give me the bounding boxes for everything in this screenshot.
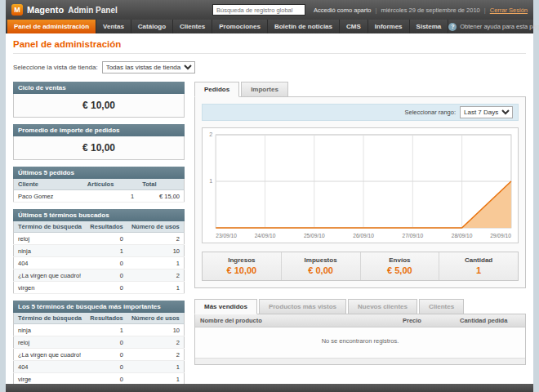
last-search-terms-box: Últimos 5 términos buscados Término de b… <box>13 209 185 294</box>
range-bar: Seleccionar rango: Last 7 Days <box>202 104 519 121</box>
nav-item-cms[interactable]: CMS <box>340 20 368 33</box>
orders-panel: Seleccionar rango: Last 7 Days 23/09/102… <box>194 96 526 288</box>
svg-text:2: 2 <box>209 132 212 138</box>
diagram-tabs: Pedidos Importes <box>194 82 526 97</box>
term: reloj <box>14 233 87 245</box>
table-header-row: Término de búsqueda Resultados Número de… <box>14 313 185 324</box>
search-term-row[interactable]: ninja 1 10 <box>14 324 185 336</box>
user-info: Accedió como aparto miércoles 29 de sept… <box>314 7 528 14</box>
stat-revenue: Ingresos € 10,00 <box>203 252 281 280</box>
content-area: Panel de administración Seleccione la vi… <box>6 33 533 384</box>
results: 0 <box>86 233 127 245</box>
tab-new-customers[interactable]: Nuevos clientes <box>348 299 417 314</box>
nav-item-promotions[interactable]: Promociones <box>212 20 268 33</box>
tab-bestsellers[interactable]: Más vendidos <box>194 299 257 314</box>
results: 1 <box>86 324 127 336</box>
column-header-results: Resultados <box>86 313 127 324</box>
stat-value: € 10,00 <box>203 265 281 275</box>
nav-item-newsletter[interactable]: Boletín de noticias <box>268 20 340 33</box>
dashboard-main-column: Pedidos Importes Seleccionar rango: Last… <box>194 82 526 384</box>
nav-item-sales[interactable]: Ventas <box>96 20 131 33</box>
last-orders-box: Últimos 5 pedidos Cliente Artículos Tota… <box>13 167 185 203</box>
uses: 2 <box>127 270 185 282</box>
column-header-term: Término de búsqueda <box>14 221 87 233</box>
totals-bar: Ingresos € 10,00 Impuestos € 0,00 Envíos… <box>202 252 519 281</box>
column-header-results: Resultados <box>86 221 127 233</box>
nav-item-catalog[interactable]: Catálogo <box>131 20 173 33</box>
store-switcher: Seleccione la vista de tienda: Todas las… <box>13 61 526 74</box>
column-header-price: Precio <box>398 314 455 327</box>
tab-most-viewed[interactable]: Productos más vistos <box>259 299 346 314</box>
dashboard-left-column: Ciclo de ventas € 10,00 Promedio de impo… <box>13 82 185 384</box>
orders-chart-svg: 23/09/1024/09/1025/09/1026/09/1027/09/10… <box>203 128 518 243</box>
store-view-label: Seleccione la vista de tienda: <box>13 64 98 71</box>
footer-bar <box>6 384 533 392</box>
store-view-select[interactable]: Todas las vistas de tienda <box>102 61 195 74</box>
term: virgen <box>14 282 87 294</box>
magento-logo[interactable]: M Magento Admin Panel <box>11 4 118 16</box>
logout-link[interactable]: Cerrar Sesión <box>480 7 528 14</box>
magento-admin-app: M Magento Admin Panel Accedió como apart… <box>6 0 533 392</box>
uses: 1 <box>127 373 185 385</box>
average-orders-box: Promedio de importe de pedidos € 10,00 <box>13 124 185 160</box>
svg-text:23/09/10: 23/09/10 <box>216 233 237 238</box>
nav-item-dashboard[interactable]: Panel de administración <box>7 20 96 33</box>
grids-section: Más vendidos Productos más vistos Nuevos… <box>194 299 526 365</box>
tab-amounts[interactable]: Importes <box>241 82 288 97</box>
page-help-label: Obtener ayuda para esta página <box>460 23 539 30</box>
page-help-link[interactable]: Obtener ayuda para esta página <box>448 20 539 33</box>
term: virge <box>14 373 87 385</box>
nav-item-customers[interactable]: Clientes <box>173 20 212 33</box>
bestsellers-table: Nombre del producto Precio Cantidad pedi… <box>194 314 526 365</box>
uses: 1 <box>127 282 185 294</box>
search-term-row[interactable]: reloj 0 2 <box>14 233 185 245</box>
logo-subtitle: Admin Panel <box>68 6 118 15</box>
tab-customers[interactable]: Clientes <box>419 299 464 314</box>
svg-text:28/09/10: 28/09/10 <box>452 233 473 238</box>
uses: 10 <box>127 324 185 336</box>
nav-item-system[interactable]: Sistema <box>410 20 449 33</box>
search-term-row[interactable]: virge 0 1 <box>14 373 185 385</box>
search-term-row[interactable]: 404 0 1 <box>14 257 185 270</box>
term: ¿La virgen que cuadro! <box>14 349 87 361</box>
search-term-row[interactable]: ¿La virgen que cuadro! 0 2 <box>14 349 185 361</box>
global-search-input[interactable] <box>212 4 305 16</box>
logged-in-as-text: Accedió como aparto <box>314 7 371 14</box>
search-term-row[interactable]: ¿La virgen que cuadro! 0 2 <box>14 270 185 282</box>
svg-text:26/09/10: 26/09/10 <box>353 233 374 238</box>
stat-label: Cantidad <box>439 256 518 264</box>
empty-records-message: No se encontraron registros. <box>195 327 525 358</box>
search-term-row[interactable]: ninja 1 10 <box>14 245 185 257</box>
order-total: € 15,00 <box>138 190 184 203</box>
order-row[interactable]: Paco Gomez 1 € 15,00 <box>14 190 185 203</box>
tab-orders[interactable]: Pedidos <box>194 82 239 97</box>
lifetime-sales-box: Ciclo de ventas € 10,00 <box>13 82 185 118</box>
stat-label: Envíos <box>361 256 439 264</box>
main-nav: Panel de administración Ventas Catálogo … <box>6 20 533 33</box>
term: 404 <box>14 361 87 373</box>
current-date-text: miércoles 29 de septiembre de 2010 <box>371 7 479 14</box>
svg-text:25/09/10: 25/09/10 <box>304 233 325 238</box>
search-term-row[interactable]: reloj 0 2 <box>14 336 185 349</box>
stat-label: Ingresos <box>203 256 281 264</box>
last-orders-title: Últimos 5 pedidos <box>13 167 185 179</box>
column-header-uses: Número de usos <box>127 221 185 233</box>
top-search-terms-title: Los 5 términos de búsqueda más important… <box>13 301 185 313</box>
results: 0 <box>86 349 127 361</box>
column-header-items: Artículos <box>83 179 138 190</box>
svg-text:27/09/10: 27/09/10 <box>402 233 423 238</box>
results: 0 <box>86 257 127 270</box>
nav-item-reports[interactable]: Informes <box>368 20 410 33</box>
last-search-terms-table: Término de búsqueda Resultados Número de… <box>13 221 185 294</box>
stat-value: € 0,00 <box>282 265 360 275</box>
last-orders-table: Cliente Artículos Total Paco Gomez 1 € 1… <box>13 179 185 203</box>
table-header-row: Cliente Artículos Total <box>14 179 185 190</box>
average-orders-value: € 10,00 <box>13 136 185 160</box>
logo-text: Magento <box>27 5 64 15</box>
uses: 2 <box>127 336 185 349</box>
search-term-row[interactable]: virgen 0 1 <box>14 282 185 294</box>
column-header-product-name: Nombre del producto <box>195 314 398 327</box>
search-term-row[interactable]: 404 0 1 <box>14 361 185 373</box>
range-select[interactable]: Last 7 Days <box>460 106 513 118</box>
average-orders-title: Promedio de importe de pedidos <box>13 124 185 136</box>
